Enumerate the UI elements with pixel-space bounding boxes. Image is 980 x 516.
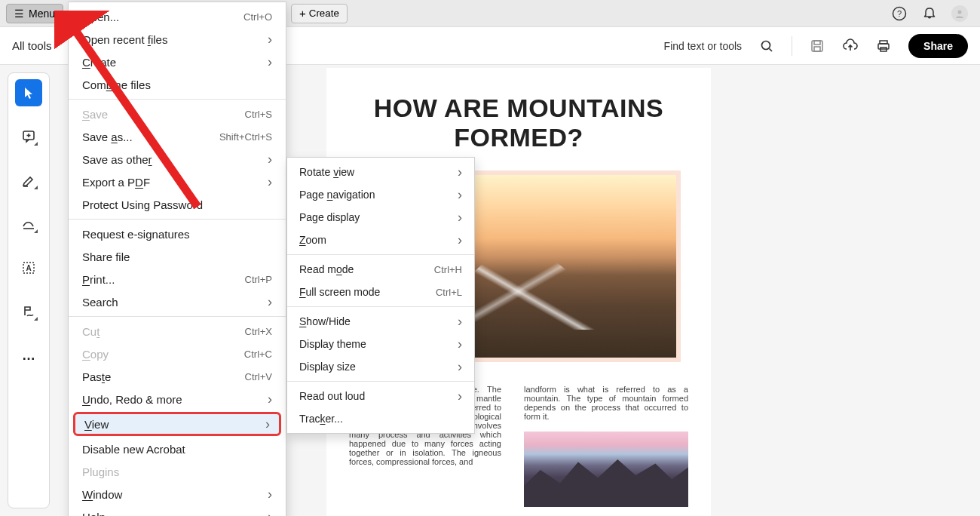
more-tools[interactable]: [15, 342, 42, 369]
save-icon[interactable]: [809, 38, 825, 54]
chevron-right-icon: [268, 509, 272, 517]
view-submenu: Rotate view Page navigation Page display…: [286, 157, 475, 434]
chevron-right-icon: [268, 487, 272, 502]
avatar-icon[interactable]: [951, 5, 968, 22]
search-icon[interactable]: [758, 38, 775, 54]
menu-protect-password[interactable]: Protect Using Password: [69, 193, 286, 216]
highlight-tool[interactable]: [15, 167, 42, 194]
menu-request-esign[interactable]: Request e-signatures: [69, 223, 286, 245]
cloud-upload-icon[interactable]: [842, 38, 859, 54]
svg-rect-7: [814, 47, 820, 51]
doc-col-2: landform is what is referred to as a mou…: [524, 385, 688, 507]
svg-text:?: ?: [897, 9, 902, 18]
menu-create[interactable]: Create: [69, 51, 286, 73]
share-button[interactable]: Share: [908, 34, 968, 58]
hamburger-icon: [14, 8, 24, 20]
menu-plugins: Plugins: [69, 460, 286, 483]
menu-share-file[interactable]: Share file: [69, 245, 286, 268]
comment-tool[interactable]: [15, 123, 42, 150]
menu-open-recent[interactable]: Open recent files: [69, 28, 286, 51]
menu-disable-new-acrobat[interactable]: Disable new Acrobat: [69, 438, 286, 460]
menu-save-other[interactable]: Save as other: [69, 148, 286, 170]
menu-print[interactable]: Print...Ctrl+P: [69, 268, 286, 290]
menu-open[interactable]: Open...Ctrl+O: [69, 5, 286, 28]
submenu-tracker[interactable]: Tracker...: [287, 407, 474, 430]
menu-copy: CopyCtrl+C: [69, 342, 286, 365]
left-sidebar: A: [8, 72, 50, 508]
svg-rect-9: [878, 44, 889, 49]
menu-separator: [287, 254, 474, 255]
menu-separator: [69, 99, 286, 100]
fill-sign-tool[interactable]: [15, 298, 42, 325]
topbar-right-group: ?: [891, 5, 974, 22]
menu-save-as[interactable]: Save as...Shift+Ctrl+S: [69, 125, 286, 148]
textselect-tool[interactable]: A: [15, 254, 42, 281]
chevron-right-icon: [458, 314, 462, 330]
menu-separator: [287, 306, 474, 307]
menu-separator: [69, 316, 286, 317]
svg-rect-6: [814, 41, 820, 45]
menu-export-pdf[interactable]: Export a PDF: [69, 170, 286, 193]
menu-separator: [287, 381, 474, 382]
all-tools-label[interactable]: All tools: [12, 39, 52, 52]
chevron-right-icon: [268, 174, 272, 190]
menu-help[interactable]: Help: [69, 505, 286, 516]
chevron-right-icon: [268, 152, 272, 167]
menu-paste[interactable]: PasteCtrl+V: [69, 365, 286, 388]
menu-cut: CutCtrl+X: [69, 320, 286, 342]
chevron-right-icon: [268, 392, 272, 407]
svg-line-4: [770, 48, 773, 51]
submenu-display-theme[interactable]: Display theme: [287, 333, 474, 355]
create-button[interactable]: Create: [291, 4, 348, 23]
svg-rect-5: [812, 41, 822, 51]
menu-undo-redo[interactable]: Undo, Redo & more: [69, 388, 286, 410]
submenu-display-size[interactable]: Display size: [287, 355, 474, 378]
chevron-right-icon: [458, 187, 462, 203]
doc-image-2: [524, 432, 688, 507]
chevron-right-icon: [268, 294, 272, 310]
plus-icon: [299, 7, 306, 20]
chevron-right-icon: [458, 232, 462, 248]
menu-save: SaveCtrl+S: [69, 103, 286, 125]
chevron-right-icon: [458, 164, 462, 180]
submenu-read-mode[interactable]: Read modeCtrl+H: [287, 258, 474, 281]
menu-window[interactable]: Window: [69, 483, 286, 505]
main-menu-dropdown: Open...Ctrl+O Open recent files Create C…: [68, 2, 286, 516]
svg-text:A: A: [26, 264, 31, 272]
chevron-right-icon: [458, 359, 462, 375]
create-button-label: Create: [309, 8, 339, 19]
submenu-read-out-loud[interactable]: Read out loud: [287, 385, 474, 407]
menu-button-label: Menu: [29, 8, 55, 20]
bell-icon[interactable]: [921, 5, 938, 22]
menu-search[interactable]: Search: [69, 290, 286, 313]
doc-title: HOW ARE MOUNTAINS FORMED?: [326, 94, 711, 152]
menu-view[interactable]: View: [73, 412, 281, 436]
chevron-right-icon: [458, 389, 462, 404]
svg-point-3: [762, 41, 770, 49]
chevron-right-icon: [268, 32, 272, 48]
select-tool[interactable]: [15, 79, 42, 106]
menu-combine[interactable]: Combine files: [69, 73, 286, 96]
find-text-label[interactable]: Find text or tools: [664, 40, 743, 52]
toolbar-right: Find text or tools Share: [664, 34, 968, 58]
submenu-full-screen[interactable]: Full screen modeCtrl+L: [287, 281, 474, 303]
chevron-right-icon: [265, 416, 270, 432]
chevron-right-icon: [268, 54, 272, 70]
menu-separator: [69, 219, 286, 220]
submenu-page-navigation[interactable]: Page navigation: [287, 183, 474, 206]
submenu-zoom[interactable]: Zoom: [287, 229, 474, 251]
submenu-rotate-view[interactable]: Rotate view: [287, 161, 474, 183]
svg-point-2: [958, 10, 962, 14]
menu-button[interactable]: Menu: [6, 4, 63, 23]
print-icon[interactable]: [875, 38, 892, 54]
draw-tool[interactable]: [15, 210, 42, 238]
submenu-page-display[interactable]: Page display: [287, 206, 474, 229]
separator: [792, 36, 792, 56]
chevron-right-icon: [458, 210, 462, 226]
chevron-right-icon: [458, 336, 462, 352]
help-icon[interactable]: ?: [891, 5, 908, 22]
submenu-show-hide[interactable]: Show/Hide: [287, 310, 474, 333]
